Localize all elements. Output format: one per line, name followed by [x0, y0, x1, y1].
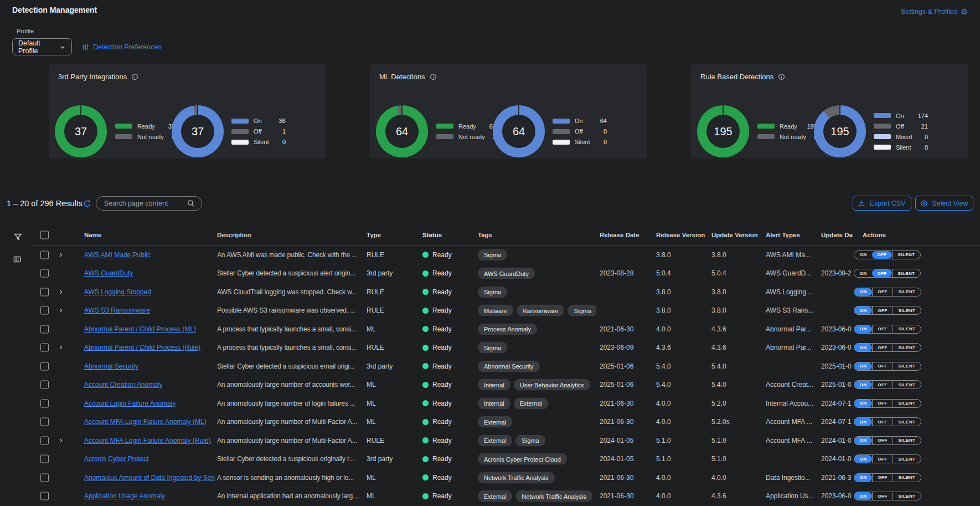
toggle-silent[interactable]: SILENT: [893, 344, 921, 351]
row-checkbox[interactable]: [40, 399, 49, 407]
row-checkbox[interactable]: [40, 381, 49, 389]
column-header-actions[interactable]: Actions: [863, 232, 886, 238]
toggle-on-active[interactable]: ON: [854, 344, 872, 351]
toggle-on-active[interactable]: ON: [854, 325, 872, 333]
column-header-type[interactable]: Type: [367, 232, 381, 238]
select-all-checkbox[interactable]: [40, 231, 49, 239]
toggle-on-active[interactable]: ON: [854, 381, 872, 389]
row-checkbox[interactable]: [40, 269, 49, 278]
toggle-off[interactable]: OFF: [872, 325, 893, 333]
toggle-silent[interactable]: SILENT: [892, 269, 920, 277]
toggle-silent[interactable]: SILENT: [893, 400, 921, 407]
toggle-on-active[interactable]: ON: [854, 288, 872, 296]
column-header-desc[interactable]: Description: [217, 232, 360, 238]
toggle-off[interactable]: OFF: [872, 492, 893, 500]
row-checkbox[interactable]: [40, 344, 49, 352]
detection-description: An AWS AMI was made public. Check with t…: [217, 251, 360, 259]
toggle-off-active[interactable]: OFF: [872, 269, 892, 277]
toggle-off[interactable]: OFF: [872, 437, 893, 444]
row-checkbox[interactable]: [40, 418, 49, 426]
detection-name-link[interactable]: Abnormal Parent / Child Process (Rule): [84, 344, 200, 351]
toggle-on[interactable]: ON: [854, 251, 872, 259]
toggle-off[interactable]: OFF: [872, 381, 893, 389]
toggle-silent[interactable]: SILENT: [893, 325, 921, 333]
expand-row-icon[interactable]: [58, 345, 64, 350]
info-icon[interactable]: [430, 73, 437, 80]
toggle-on-active[interactable]: ON: [854, 306, 872, 314]
toggle-silent[interactable]: SILENT: [893, 437, 921, 444]
column-header-upddate[interactable]: Update Date: [821, 232, 853, 238]
row-checkbox[interactable]: [40, 436, 49, 444]
toggle-off[interactable]: OFF: [872, 288, 893, 296]
toggle-off[interactable]: OFF: [872, 455, 893, 463]
detection-name-link[interactable]: Account Login Failure Anomaly: [84, 400, 176, 407]
detection-name-link[interactable]: AWS S3 Ransomware: [84, 306, 150, 314]
info-icon[interactable]: [131, 73, 138, 80]
toggle-silent[interactable]: SILENT: [893, 474, 921, 482]
toggle-off[interactable]: OFF: [872, 362, 893, 370]
export-csv-button[interactable]: Export CSV: [853, 196, 911, 211]
column-header-tags[interactable]: Tags: [478, 232, 596, 238]
toggle-on-active[interactable]: ON: [854, 474, 872, 482]
detection-name-link[interactable]: Account MFA Login Failure Anomaly (ML): [84, 418, 207, 426]
row-checkbox[interactable]: [40, 288, 49, 296]
detection-name-link[interactable]: Account MFA Login Failure Anomaly (Rule): [84, 437, 211, 444]
toggle-silent[interactable]: SILENT: [893, 288, 921, 296]
row-checkbox[interactable]: [40, 492, 49, 500]
toggle-off[interactable]: OFF: [872, 400, 893, 407]
row-checkbox[interactable]: [40, 473, 49, 482]
column-header-status[interactable]: Status: [422, 232, 442, 238]
toggle-silent[interactable]: SILENT: [892, 251, 920, 259]
detection-name-link[interactable]: AWS AMI Made Public: [84, 251, 151, 259]
toggle-on[interactable]: ON: [854, 269, 872, 277]
toggle-off[interactable]: OFF: [872, 306, 893, 314]
column-header-updver[interactable]: Update Version: [711, 232, 758, 238]
detection-name-link[interactable]: Abnormal Security: [84, 362, 138, 370]
toggle-silent[interactable]: SILENT: [893, 492, 921, 500]
expand-row-icon[interactable]: [58, 252, 64, 258]
toggle-on-active[interactable]: ON: [854, 437, 872, 444]
toggle-on-active[interactable]: ON: [854, 418, 872, 426]
row-checkbox[interactable]: [40, 251, 49, 259]
detection-name-link[interactable]: Anomalous Amount of Data Ingested by Sen: [84, 474, 215, 482]
detection-preferences-link[interactable]: Detection Preferences: [82, 43, 162, 51]
toggle-silent[interactable]: SILENT: [893, 381, 921, 389]
profile-select[interactable]: Default Profile: [12, 38, 72, 55]
detection-name-link[interactable]: Abnormal Parent / Child Process (ML): [84, 325, 196, 333]
detection-name-link[interactable]: Account Creation Anomaly: [84, 381, 162, 389]
toggle-off[interactable]: OFF: [872, 344, 893, 351]
refresh-button[interactable]: [83, 200, 91, 208]
expand-row-icon[interactable]: [58, 289, 64, 295]
toggle-off[interactable]: OFF: [872, 418, 893, 426]
row-checkbox[interactable]: [40, 325, 49, 333]
column-header-relver[interactable]: Release Version: [656, 232, 705, 238]
toggle-silent[interactable]: SILENT: [893, 306, 921, 314]
select-view-button[interactable]: Select View: [915, 196, 973, 211]
legend-swatch-on: [874, 113, 891, 118]
toggle-on-active[interactable]: ON: [854, 362, 872, 370]
toggle-off[interactable]: OFF: [872, 474, 893, 482]
detection-name-link[interactable]: AWS GuardDuty: [84, 269, 133, 277]
row-checkbox[interactable]: [40, 306, 49, 315]
column-header-name[interactable]: Name: [84, 232, 101, 238]
toggle-off-active[interactable]: OFF: [872, 251, 892, 259]
toggle-silent[interactable]: SILENT: [893, 418, 921, 426]
expand-row-icon[interactable]: [58, 438, 64, 443]
row-checkbox[interactable]: [40, 362, 49, 370]
column-header-alert[interactable]: Alert Types: [766, 232, 818, 238]
toggle-on-active[interactable]: ON: [854, 400, 872, 407]
detection-name-link[interactable]: AWS Logging Stopped: [84, 288, 151, 296]
toggle-on-active[interactable]: ON: [854, 492, 872, 500]
search-icon[interactable]: [187, 200, 195, 207]
expand-row-icon[interactable]: [58, 308, 64, 313]
toggle-silent[interactable]: SILENT: [893, 362, 921, 370]
toggle-silent[interactable]: SILENT: [893, 455, 921, 463]
info-icon[interactable]: [778, 73, 785, 80]
row-checkbox[interactable]: [40, 455, 49, 463]
settings-profiles-link[interactable]: Settings & Profiles ⚙: [901, 8, 968, 16]
detection-name-link[interactable]: Acronis Cyber Protect: [84, 455, 149, 463]
search-input[interactable]: [103, 199, 183, 208]
toggle-on-active[interactable]: ON: [854, 455, 872, 463]
column-header-reldate[interactable]: Release Date: [600, 232, 639, 238]
detection-name-link[interactable]: Application Usage Anomaly: [84, 492, 165, 500]
